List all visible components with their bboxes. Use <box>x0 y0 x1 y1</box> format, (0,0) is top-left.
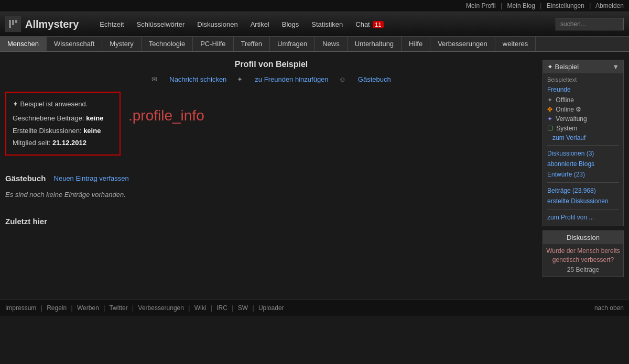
mein-blog-link[interactable]: Mein Blog <box>507 2 535 9</box>
footer-sw[interactable]: SW <box>238 304 248 312</box>
profile-body: ✦ Beispiel ist anwesend. Geschriebene Be… <box>5 92 537 163</box>
sidebar-discussion-box: Diskussion Wurde der Mensch bereits gene… <box>543 230 624 277</box>
guestbook-icon: ☺ <box>339 75 346 83</box>
profile-beitraege: Geschriebene Beiträge: keine <box>13 112 113 124</box>
cat-verbesserungen[interactable]: Verbesserungen <box>430 37 495 51</box>
sidebar-divider-1 <box>547 145 619 146</box>
sidebar-toggle[interactable]: ▼ <box>612 63 619 71</box>
svg-rect-1 <box>12 20 14 25</box>
profile-actions: ✉Nachricht schicken ✦zu Freunden hinzufü… <box>5 75 537 83</box>
zum-profil-link[interactable]: zum Profil von ... <box>547 212 619 223</box>
cat-weiteres[interactable]: weiteres <box>495 37 536 51</box>
sidebar-user-system: ☐ System <box>547 124 619 133</box>
gaestebuch-empty: Es sind noch keine Einträge vorhanden. <box>5 188 537 201</box>
abonnierte-blogs-link[interactable]: abonnierte Blogs <box>547 159 619 169</box>
zuletzt-section: Zuletzt hier <box>5 217 537 226</box>
sidebar-friends-link[interactable]: Freunde <box>547 86 619 93</box>
nav-diskussionen[interactable]: Diskussionen <box>192 18 243 30</box>
system-icon: ☐ <box>547 125 553 132</box>
chat-badge: 11 <box>373 21 383 28</box>
footer: Impressum | Regeln | Werben | Twitter | … <box>0 300 629 316</box>
admin-icon: ✦ <box>547 115 552 123</box>
search-input[interactable] <box>556 18 624 30</box>
footer-regeln[interactable]: Regeln <box>47 304 67 312</box>
search-box <box>556 18 624 30</box>
svg-rect-0 <box>9 20 11 28</box>
gaestebuch-section: Gästebuch Neuen Eintrag verfassen Es sin… <box>5 174 537 201</box>
footer-werben[interactable]: Werben <box>77 304 99 312</box>
footer-links: Impressum | Regeln | Werben | Twitter | … <box>5 304 284 312</box>
sidebar-username: ✦ Beispiel <box>547 63 579 71</box>
sidebar-user-box: ✦ Beispiel ▼ Beispieltext Freunde ✦ Offl… <box>543 60 624 226</box>
action-message-link[interactable]: Nachricht schicken <box>169 75 226 83</box>
new-entry-link[interactable]: Neuen Eintrag verfassen <box>54 174 129 182</box>
einstellungen-link[interactable]: Einstellungen <box>547 2 584 9</box>
action-friend-link[interactable]: zu Freunden hinzufügen <box>255 75 328 83</box>
cat-unterhaltung[interactable]: Unterhaltung <box>348 37 402 51</box>
cat-treffen[interactable]: Treffen <box>234 37 270 51</box>
footer-impressum[interactable]: Impressum <box>5 304 36 312</box>
sep3: | <box>589 2 591 9</box>
zuletzt-title: Zuletzt hier <box>5 217 537 226</box>
sidebar-user-online: ✤ Online ⚙ <box>547 105 619 114</box>
discussion-title-link[interactable]: Wurde der Mensch bereits genetisch verbe… <box>543 244 623 266</box>
sidebar-user-body: Beispieltext Freunde ✦ Offline ✤ Online … <box>543 73 623 226</box>
beitraege-link[interactable]: Beiträge (23.968) <box>547 185 619 196</box>
top-bar: Mein Profil | Mein Blog | Einstellungen … <box>0 0 629 12</box>
svg-rect-2 <box>15 20 17 23</box>
profile-status: ✦ Beispiel ist anwesend. <box>13 98 113 110</box>
main-wrapper: Profil von Beispiel ✉Nachricht schicken … <box>0 52 629 289</box>
sidebar-user-offline: ✦ Offline <box>547 95 619 105</box>
online-icon: ✤ <box>547 106 552 113</box>
action-guestbook-link[interactable]: Gästebuch <box>358 75 391 83</box>
erstellte-diskussionen-link[interactable]: erstellte Diskussionen <box>547 196 619 206</box>
sep2: | <box>540 2 541 9</box>
profile-title: Profil von Beispiel <box>5 60 537 69</box>
mein-profil-link[interactable]: Mein Profil <box>466 2 496 9</box>
cat-umfragen[interactable]: Umfragen <box>270 37 315 51</box>
sidebar-divider-3 <box>547 209 619 209</box>
entwuerfe-link[interactable]: Entwürfe (23) <box>547 169 619 180</box>
main-content: Profil von Beispiel ✉Nachricht schicken … <box>5 60 537 281</box>
gaestebuch-title: Gästebuch <box>5 174 46 183</box>
category-nav: Menschen Wissenschaft Mystery Technologi… <box>0 37 629 52</box>
profile-mitglied: Mitglied seit: 21.12.2012 <box>13 137 113 149</box>
nav-chat[interactable]: Chat 11 <box>350 18 388 30</box>
offline-icon: ✦ <box>547 96 552 104</box>
cat-pc-hilfe[interactable]: PC-Hilfe <box>193 37 233 51</box>
back-to-top-link[interactable]: nach oben <box>594 304 624 312</box>
sidebar-user-header: ✦ Beispiel ▼ <box>543 60 623 73</box>
main-nav: Echtzeit Schlüsselwörter Diskussionen Ar… <box>94 18 556 30</box>
sep1: | <box>501 2 502 9</box>
logo-icon <box>5 16 21 32</box>
logo-text: Allmystery <box>25 18 79 30</box>
nav-statistiken[interactable]: Statistiken <box>306 18 348 30</box>
footer-uploader[interactable]: Uploader <box>258 304 284 312</box>
cat-news[interactable]: News <box>315 37 348 51</box>
sidebar-user-verwaltung: ✦ Verwaltung <box>547 114 619 124</box>
diskussionen-link[interactable]: Diskussionen (3) <box>547 148 619 159</box>
nav-artikel[interactable]: Artikel <box>245 18 275 30</box>
nav-echtzeit[interactable]: Echtzeit <box>94 18 129 30</box>
cat-menschen[interactable]: Menschen <box>0 37 47 51</box>
nav-blogs[interactable]: Blogs <box>277 18 305 30</box>
footer-irc[interactable]: IRC <box>216 304 227 312</box>
profile-diskussionen: Erstellte Diskussionen: keine <box>13 125 113 137</box>
cat-technologie[interactable]: Technologie <box>142 37 193 51</box>
sidebar-divider-2 <box>547 182 619 183</box>
footer-twitter[interactable]: Twitter <box>109 304 127 312</box>
abmelden-link[interactable]: Abmelden <box>595 2 624 9</box>
gaestebuch-header: Gästebuch Neuen Eintrag verfassen <box>5 174 537 183</box>
logo[interactable]: Allmystery <box>5 16 79 32</box>
zum-verlauf-link[interactable]: zum Verlauf <box>547 133 619 142</box>
cat-wissenschaft[interactable]: Wissenschaft <box>47 37 102 51</box>
footer-wiki[interactable]: Wiki <box>194 304 207 312</box>
profile-info-box: ✦ Beispiel ist anwesend. Geschriebene Be… <box>5 92 121 156</box>
sidebar-user-subtitle: Beispieltext <box>547 76 619 83</box>
discussion-count: 25 Beiträge <box>543 266 623 277</box>
nav-schluesselwoerter[interactable]: Schlüsselwörter <box>132 18 190 30</box>
cat-hilfe[interactable]: Hilfe <box>402 37 430 51</box>
footer-verbesserungen[interactable]: Verbesserungen <box>138 304 184 312</box>
cat-mystery[interactable]: Mystery <box>102 37 142 51</box>
message-icon: ✉ <box>151 75 157 83</box>
